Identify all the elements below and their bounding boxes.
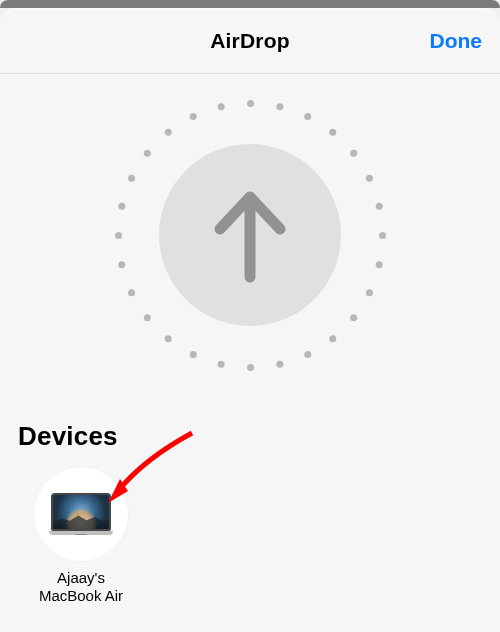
radar-dot	[247, 364, 254, 371]
done-button[interactable]: Done	[430, 8, 483, 73]
radar-dot	[217, 360, 224, 367]
radar-dot	[350, 314, 357, 321]
radar-dot	[304, 350, 311, 357]
radar-dot	[329, 128, 336, 135]
radar-dot	[189, 350, 196, 357]
radar-dot	[189, 113, 196, 120]
radar-dot	[375, 261, 382, 268]
nav-bar: AirDrop Done	[0, 8, 500, 74]
radar-dot	[329, 335, 336, 342]
radar-dot	[350, 149, 357, 156]
page-title: AirDrop	[210, 29, 290, 53]
radar-dot	[118, 202, 125, 209]
radar-dot	[164, 128, 171, 135]
devices-heading: Devices	[18, 421, 118, 452]
radar-dot	[379, 232, 386, 239]
arrow-up-icon	[202, 183, 298, 287]
radar-dot	[247, 100, 254, 107]
content-area: Devices Ajaay'sMacBook Air	[0, 75, 500, 632]
airdrop-sheet: AirDrop Done Devices Ajaay'sMacBook Air	[0, 8, 500, 632]
laptop-icon	[49, 493, 113, 535]
background-dim	[0, 0, 500, 8]
device-name-label: Ajaay'sMacBook Air	[39, 569, 123, 606]
radar-dot	[143, 149, 150, 156]
radar-dot	[365, 289, 372, 296]
radar-dot	[115, 232, 122, 239]
radar-dot	[375, 202, 382, 209]
device-item[interactable]: Ajaay'sMacBook Air	[26, 467, 136, 606]
radar-dot	[128, 174, 135, 181]
radar-dot	[164, 335, 171, 342]
radar-dot	[143, 314, 150, 321]
radar-dot	[304, 113, 311, 120]
radar-dot	[118, 261, 125, 268]
device-avatar	[34, 467, 128, 561]
radar-dot	[276, 360, 283, 367]
radar-dot	[365, 174, 372, 181]
radar-dot	[276, 103, 283, 110]
radar-dot	[128, 289, 135, 296]
airdrop-radar-graphic	[110, 95, 390, 375]
radar-dot	[217, 103, 224, 110]
